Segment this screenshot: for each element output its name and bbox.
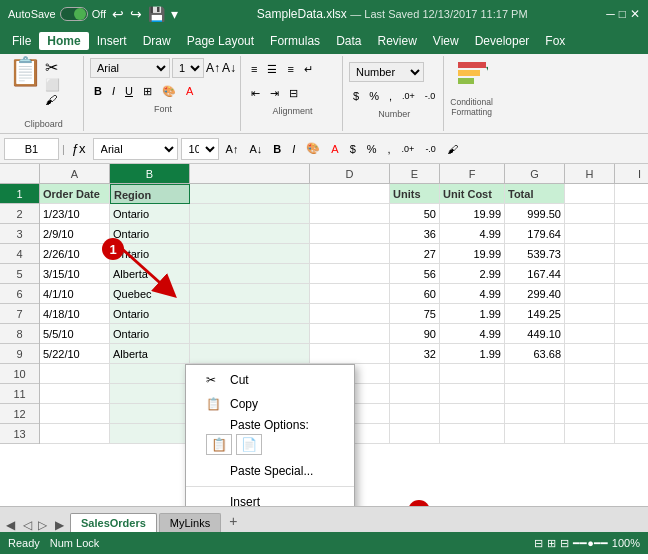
cell-d2[interactable]: [310, 204, 390, 224]
underline-button[interactable]: U: [121, 80, 137, 102]
cell-b5[interactable]: Alberta: [110, 264, 190, 284]
cell-a5[interactable]: 3/15/10: [40, 264, 110, 284]
comma-button[interactable]: ,: [385, 85, 396, 107]
paste-icon-2[interactable]: 📄: [236, 434, 262, 455]
function-icon[interactable]: ƒx: [68, 138, 90, 160]
customize-icon[interactable]: ▾: [171, 6, 178, 22]
cell-e9[interactable]: 32: [390, 344, 440, 364]
font-size-select[interactable]: 10: [172, 58, 204, 78]
cell-h6[interactable]: [565, 284, 615, 304]
cell-h3[interactable]: [565, 224, 615, 244]
ctx-copy[interactable]: 📋 Copy: [186, 392, 354, 416]
cell-i5[interactable]: [615, 264, 648, 284]
paste-button[interactable]: 📋: [8, 58, 43, 86]
quick-save-icon[interactable]: 💾: [148, 6, 165, 22]
row-header-8[interactable]: 8: [0, 324, 39, 344]
cell-e2[interactable]: 50: [390, 204, 440, 224]
cell-c3[interactable]: [190, 224, 310, 244]
sheet-tab-mylinks[interactable]: MyLinks: [159, 513, 221, 532]
page-break-icon[interactable]: ⊟: [560, 537, 569, 550]
sheet-nav-right[interactable]: ▶: [51, 518, 68, 532]
cell-g5[interactable]: 167.44: [505, 264, 565, 284]
cell-f6[interactable]: 4.99: [440, 284, 505, 304]
cell-f3[interactable]: 4.99: [440, 224, 505, 244]
cell-b3[interactable]: Ontario: [110, 224, 190, 244]
mini-italic[interactable]: I: [288, 138, 299, 160]
mini-comma[interactable]: ,: [384, 138, 395, 160]
page-layout-icon[interactable]: ⊞: [547, 537, 556, 550]
col-header-e[interactable]: E: [390, 164, 440, 183]
menu-item-fox[interactable]: Fox: [537, 32, 573, 50]
indent-inc-icon[interactable]: ⇥: [266, 82, 283, 104]
copy-button[interactable]: ⬜: [45, 78, 60, 92]
row-header-11[interactable]: 11: [0, 384, 39, 404]
cell-d3[interactable]: [310, 224, 390, 244]
cell-a8[interactable]: 5/5/10: [40, 324, 110, 344]
cell-b2[interactable]: Ontario: [110, 204, 190, 224]
cell-d5[interactable]: [310, 264, 390, 284]
increase-font-icon[interactable]: A↑: [206, 61, 220, 75]
close-icon[interactable]: ✕: [630, 7, 640, 21]
cell-d1[interactable]: [310, 184, 390, 204]
wrap-text-button[interactable]: ↵: [300, 58, 317, 80]
indent-dec-icon[interactable]: ⇤: [247, 82, 264, 104]
mini-increase-font[interactable]: A↑: [222, 138, 243, 160]
cell-f7[interactable]: 1.99: [440, 304, 505, 324]
cell-f8[interactable]: 4.99: [440, 324, 505, 344]
row-header-6[interactable]: 6: [0, 284, 39, 304]
cell-i2[interactable]: [615, 204, 648, 224]
menu-item-pagelayout[interactable]: Page Layout: [179, 32, 262, 50]
cell-d6[interactable]: [310, 284, 390, 304]
mini-decrease-font[interactable]: A↓: [245, 138, 266, 160]
mini-font-color[interactable]: A: [327, 138, 342, 160]
menu-item-home[interactable]: Home: [39, 32, 88, 50]
cell-c6[interactable]: [190, 284, 310, 304]
cell-e7[interactable]: 75: [390, 304, 440, 324]
fill-color-button[interactable]: 🎨: [158, 80, 180, 102]
cell-d7[interactable]: [310, 304, 390, 324]
cell-a1[interactable]: Order Date: [40, 184, 110, 204]
cell-e6[interactable]: 60: [390, 284, 440, 304]
row-header-1[interactable]: 1: [0, 184, 39, 204]
name-box[interactable]: [4, 138, 59, 160]
cell-b9[interactable]: Alberta: [110, 344, 190, 364]
cell-i4[interactable]: [615, 244, 648, 264]
col-header-h[interactable]: H: [565, 164, 615, 183]
menu-item-data[interactable]: Data: [328, 32, 369, 50]
mini-font-select[interactable]: Arial: [93, 138, 178, 160]
cell-g8[interactable]: 449.10: [505, 324, 565, 344]
sheet-tab-salesorders[interactable]: SalesOrders: [70, 513, 157, 532]
autosave-toggle-switch[interactable]: [60, 7, 88, 21]
cell-g9[interactable]: 63.68: [505, 344, 565, 364]
number-format-select[interactable]: Number: [349, 62, 424, 82]
minimize-icon[interactable]: ─: [606, 7, 615, 21]
col-header-a[interactable]: A: [40, 164, 110, 183]
cell-a6[interactable]: 4/1/10: [40, 284, 110, 304]
menu-item-file[interactable]: File: [4, 32, 39, 50]
row-header-12[interactable]: 12: [0, 404, 39, 424]
menu-item-review[interactable]: Review: [369, 32, 424, 50]
maximize-icon[interactable]: □: [619, 7, 626, 21]
mini-bold[interactable]: B: [269, 138, 285, 160]
mini-dollar[interactable]: $: [346, 138, 360, 160]
row-header-5[interactable]: 5: [0, 264, 39, 284]
cell-i6[interactable]: [615, 284, 648, 304]
cell-g6[interactable]: 299.40: [505, 284, 565, 304]
cell-b7[interactable]: Ontario: [110, 304, 190, 324]
cell-h1[interactable]: [565, 184, 615, 204]
row-header-4[interactable]: 4: [0, 244, 39, 264]
cell-g4[interactable]: 539.73: [505, 244, 565, 264]
cell-e8[interactable]: 90: [390, 324, 440, 344]
cell-f5[interactable]: 2.99: [440, 264, 505, 284]
format-painter-button[interactable]: 🖌: [45, 93, 60, 107]
sheet-nav-right2[interactable]: ▷: [36, 518, 49, 532]
cell-i9[interactable]: [615, 344, 648, 364]
row-header-2[interactable]: 2: [0, 204, 39, 224]
cell-h7[interactable]: [565, 304, 615, 324]
mini-size-select[interactable]: 10: [181, 138, 219, 160]
decimal-dec-icon[interactable]: -.0: [421, 85, 440, 107]
cell-a7[interactable]: 4/18/10: [40, 304, 110, 324]
cell-g1[interactable]: Total: [505, 184, 565, 204]
cut-button[interactable]: ✂: [45, 58, 60, 77]
cell-i3[interactable]: [615, 224, 648, 244]
